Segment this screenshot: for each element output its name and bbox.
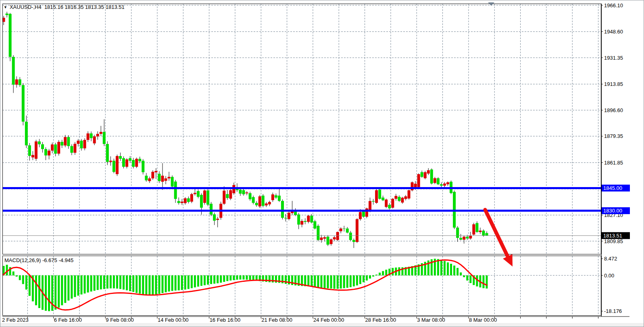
- symbol-dropdown-icon[interactable]: ▼: [4, 5, 7, 9]
- svg-text:6 Feb 16:00: 6 Feb 16:00: [54, 317, 82, 323]
- symbol-ohlc-title: XAUUSD-,H4 1815.16 1816.35 1813.35 1813.…: [10, 4, 125, 10]
- svg-text:24 Feb 00:00: 24 Feb 00:00: [313, 317, 344, 323]
- svg-text:0.00: 0.00: [604, 273, 614, 279]
- svg-text:16 Feb 16:00: 16 Feb 16:00: [210, 317, 241, 323]
- svg-text:1845.00: 1845.00: [603, 185, 622, 191]
- panel-borders: [2, 4, 629, 317]
- svg-text:1861.85: 1861.85: [604, 160, 623, 166]
- svg-text:14 Feb 00:00: 14 Feb 00:00: [158, 317, 189, 323]
- candlesticks: [0, 12, 488, 248]
- horizontal-line-objects[interactable]: [2, 188, 601, 210]
- svg-text:2 Feb 2023: 2 Feb 2023: [2, 317, 29, 323]
- svg-text:1948.60: 1948.60: [604, 29, 623, 35]
- svg-text:8.472: 8.472: [604, 256, 617, 262]
- svg-text:1813.51: 1813.51: [603, 233, 622, 239]
- svg-text:1896.60: 1896.60: [604, 107, 623, 113]
- svg-text:1966.10: 1966.10: [604, 2, 623, 8]
- svg-text:1913.85: 1913.85: [604, 81, 623, 87]
- svg-text:1931.35: 1931.35: [604, 55, 623, 61]
- svg-text:1879.35: 1879.35: [604, 133, 623, 139]
- gridlines: [2, 4, 601, 316]
- svg-text:9 Feb 08:00: 9 Feb 08:00: [106, 317, 133, 323]
- svg-text:28 Feb 16:00: 28 Feb 16:00: [365, 317, 396, 323]
- svg-text:-18.176: -18.176: [604, 308, 622, 314]
- axis-labels: 1966.101948.601931.351913.851896.601879.…: [2, 2, 623, 323]
- macd-indicator-label: MACD(12,26,9) -6.675 -4.945: [4, 257, 73, 263]
- trend-arrow-object[interactable]: [485, 210, 513, 267]
- window-bottom-margin: [0, 323, 644, 327]
- svg-text:1830.00: 1830.00: [603, 208, 622, 214]
- chart-window: ▼ XAUUSD-,H4 1815.16 1816.35 1813.35 181…: [0, 0, 644, 327]
- symbol-title-bar: ▼ XAUUSD-,H4 1815.16 1816.35 1813.35 181…: [4, 4, 125, 10]
- svg-text:3 Mar 08:00: 3 Mar 08:00: [417, 317, 445, 323]
- chart-canvas[interactable]: 1966.101948.601931.351913.851896.601879.…: [0, 0, 644, 327]
- price-badges: 1845.001830.001813.51: [602, 185, 630, 239]
- svg-text:8 Mar 00:00: 8 Mar 00:00: [469, 317, 497, 323]
- svg-text:21 Feb 08:00: 21 Feb 08:00: [261, 317, 292, 323]
- macd-indicator: [0, 259, 488, 311]
